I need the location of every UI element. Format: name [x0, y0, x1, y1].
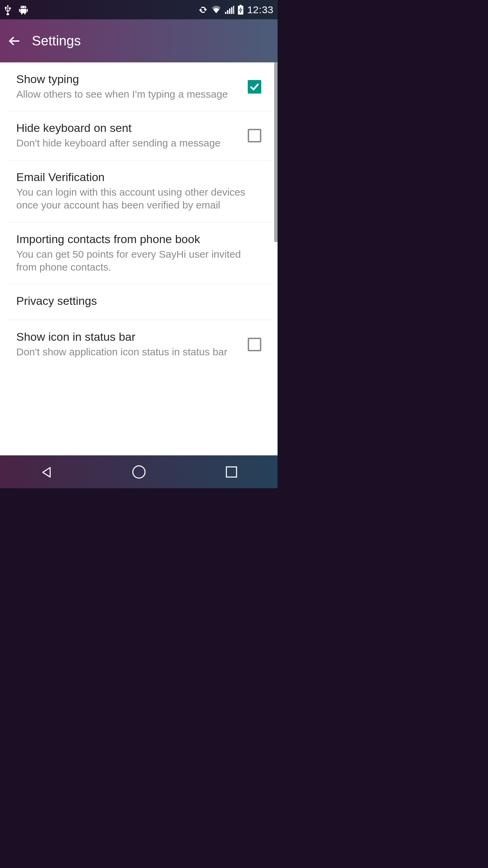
row-text: Importing contacts from phone book You c…: [16, 233, 261, 274]
row-text: Show icon in status bar Don't show appli…: [16, 330, 248, 358]
row-text: Privacy settings: [16, 294, 261, 310]
page-title: Settings: [32, 33, 81, 48]
nav-home[interactable]: [129, 462, 149, 482]
svg-rect-13: [238, 6, 243, 15]
status-left: [4, 4, 28, 16]
checkbox-show-typing[interactable]: [248, 80, 261, 94]
row-subtitle: You can get 50 points for every SayHi us…: [16, 248, 256, 274]
svg-rect-2: [20, 9, 26, 13]
svg-rect-8: [227, 10, 228, 14]
row-title: Email Verification: [16, 171, 256, 184]
svg-point-14: [133, 466, 145, 478]
nav-bar: [0, 455, 278, 488]
svg-rect-6: [24, 13, 25, 15]
battery-icon: [238, 5, 244, 15]
scrollbar[interactable]: [274, 62, 278, 242]
sync-icon: [198, 5, 208, 15]
status-time: 12:33: [247, 4, 273, 16]
svg-rect-9: [229, 8, 230, 14]
row-text: Show typing Allow others to see when I'm…: [16, 73, 248, 101]
svg-rect-4: [27, 9, 28, 12]
svg-rect-10: [231, 7, 232, 14]
row-subtitle: Don't hide keyboard after sending a mess…: [16, 137, 242, 150]
svg-rect-11: [233, 6, 234, 14]
setting-privacy[interactable]: Privacy settings: [7, 284, 271, 320]
settings-list[interactable]: Show typing Allow others to see when I'm…: [0, 62, 278, 455]
signal-icon: [225, 5, 234, 14]
checkbox-hide-keyboard[interactable]: [248, 129, 261, 142]
setting-status-bar-icon[interactable]: Show icon in status bar Don't show appli…: [7, 320, 271, 369]
row-title: Show typing: [16, 73, 242, 86]
row-title: Show icon in status bar: [16, 330, 242, 343]
checkbox-status-bar-icon[interactable]: [248, 338, 261, 351]
app-bar: Settings: [0, 19, 278, 62]
svg-rect-15: [226, 467, 237, 477]
svg-point-1: [24, 6, 25, 7]
svg-rect-3: [19, 9, 20, 12]
svg-point-0: [22, 6, 22, 7]
row-title: Importing contacts from phone book: [16, 233, 256, 246]
setting-import-contacts[interactable]: Importing contacts from phone book You c…: [7, 222, 271, 284]
svg-rect-12: [240, 5, 242, 6]
nav-recent[interactable]: [221, 462, 242, 482]
svg-rect-7: [225, 12, 226, 14]
row-title: Privacy settings: [16, 294, 256, 308]
svg-rect-5: [21, 13, 22, 15]
row-subtitle: Allow others to see when I'm typing a me…: [16, 88, 242, 101]
adb-icon: [18, 5, 28, 15]
back-button[interactable]: [7, 34, 21, 48]
wifi-icon: [211, 6, 221, 14]
row-text: Hide keyboard on sent Don't hide keyboar…: [16, 121, 248, 150]
status-bar: 12:33: [0, 0, 278, 19]
row-text: Email Verification You can login with th…: [16, 171, 261, 212]
row-subtitle: You can login with this account using ot…: [16, 186, 256, 212]
row-subtitle: Don't show application icon status in st…: [16, 346, 242, 358]
nav-back[interactable]: [36, 462, 57, 482]
setting-email-verification[interactable]: Email Verification You can login with th…: [7, 160, 271, 222]
setting-hide-keyboard[interactable]: Hide keyboard on sent Don't hide keyboar…: [7, 111, 271, 160]
usb-icon: [4, 4, 12, 16]
setting-show-typing[interactable]: Show typing Allow others to see when I'm…: [7, 62, 271, 111]
row-title: Hide keyboard on sent: [16, 121, 242, 135]
status-right: 12:33: [198, 4, 273, 16]
